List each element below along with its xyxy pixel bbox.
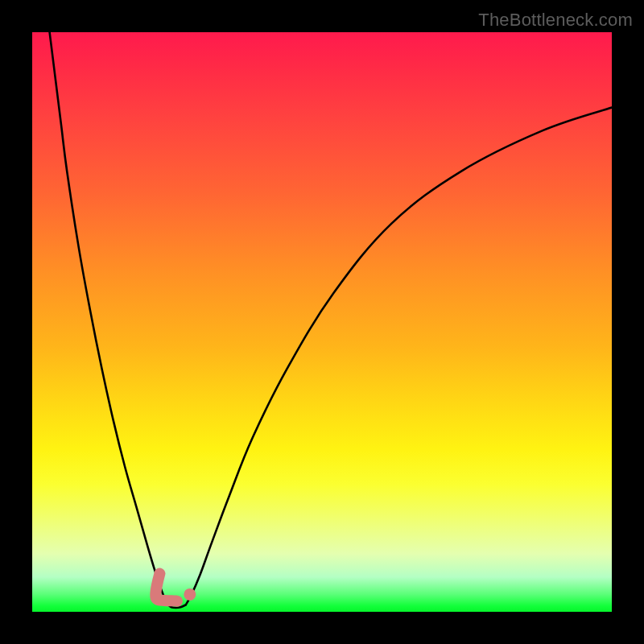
plot-area [32,32,612,612]
chart-svg [32,32,612,612]
marker-dot [184,588,196,601]
watermark-text: TheBottleneck.com [478,10,633,31]
curve-left [50,32,169,605]
marker-l-stroke [155,573,177,601]
chart-frame: TheBottleneck.com [0,0,644,644]
curve-right [186,108,612,605]
